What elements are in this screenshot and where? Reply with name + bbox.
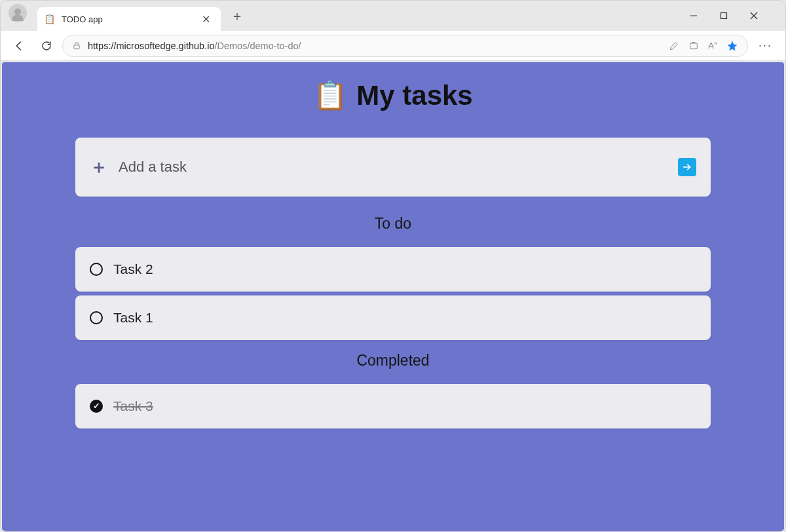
back-button[interactable] (7, 34, 31, 58)
url-text: https://microsoftedge.github.io/Demos/de… (88, 41, 662, 51)
minimize-button[interactable] (690, 12, 708, 20)
checkbox-checked-icon[interactable] (90, 400, 103, 413)
page-title: 📋My tasks (75, 79, 711, 111)
add-task-card: ＋ (75, 138, 711, 197)
task-label: Task 1 (113, 310, 153, 326)
todo-task-list: Task 2 Task 1 (75, 247, 711, 340)
close-icon[interactable]: ✕ (198, 12, 214, 27)
browser-tab[interactable]: 📋 TODO app ✕ (37, 7, 221, 31)
maximize-button[interactable] (720, 12, 738, 20)
completed-task-list: Task 3 (75, 384, 711, 428)
edit-icon[interactable] (669, 41, 679, 51)
app-icon[interactable] (688, 41, 699, 51)
plus-icon: ＋ (90, 155, 108, 180)
tab-title: TODO app (62, 14, 191, 24)
clipboard-icon: 📋 (44, 14, 55, 24)
lock-icon (72, 41, 81, 50)
tab-strip: 📋 TODO app ✕ ＋ (1, 1, 785, 31)
read-aloud-icon[interactable]: A» (708, 40, 717, 50)
clipboard-icon: 📋 (313, 80, 347, 111)
close-window-button[interactable] (750, 12, 768, 20)
page-viewport: 📋My tasks ＋ To do Task 2 Task 1 Complete… (2, 62, 784, 531)
add-task-input[interactable] (119, 159, 667, 176)
checkbox-icon[interactable] (90, 263, 103, 276)
task-label: Task 3 (113, 398, 153, 414)
svg-rect-1 (721, 13, 727, 19)
section-heading-todo: To do (75, 215, 711, 233)
profile-avatar[interactable] (9, 4, 27, 22)
submit-button[interactable] (678, 158, 696, 176)
arrow-right-icon (682, 162, 692, 172)
browser-toolbar: https://microsoftedge.github.io/Demos/de… (1, 31, 785, 61)
svg-rect-4 (74, 45, 79, 48)
favorite-icon[interactable] (726, 40, 738, 52)
new-tab-button[interactable]: ＋ (226, 5, 248, 27)
window-controls (690, 12, 780, 20)
section-heading-completed: Completed (75, 352, 711, 370)
task-row[interactable]: Task 3 (75, 384, 711, 428)
task-label: Task 2 (113, 261, 153, 277)
task-row[interactable]: Task 2 (75, 247, 711, 292)
address-bar[interactable]: https://microsoftedge.github.io/Demos/de… (62, 35, 748, 57)
task-row[interactable]: Task 1 (75, 295, 711, 340)
svg-rect-5 (690, 43, 698, 49)
refresh-button[interactable] (35, 34, 58, 58)
checkbox-icon[interactable] (90, 311, 103, 324)
more-button[interactable]: ··· (752, 39, 779, 52)
